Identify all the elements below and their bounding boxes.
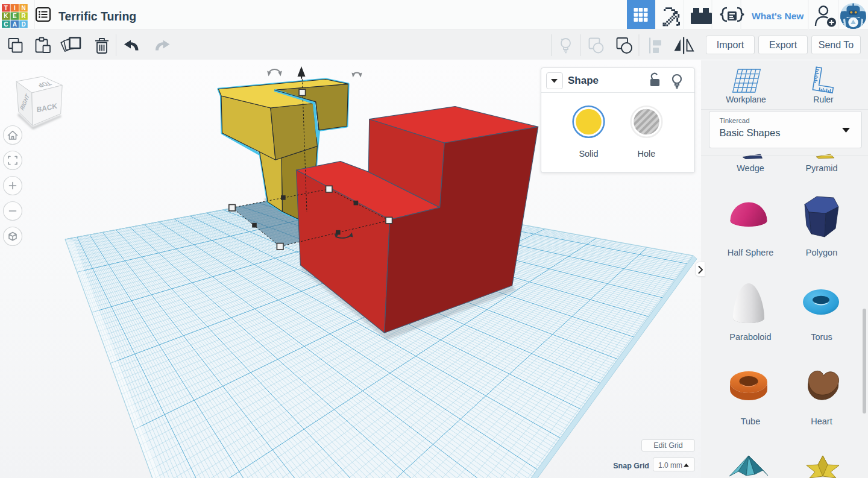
svg-text:C: C (4, 21, 8, 28)
svg-text:R: R (21, 13, 26, 19)
svg-text:N: N (21, 5, 25, 11)
svg-text:E: E (13, 13, 17, 19)
svg-text:K: K (4, 13, 8, 19)
svg-text:I: I (14, 5, 16, 11)
svg-text:T: T (4, 5, 8, 11)
svg-text:D: D (21, 21, 25, 28)
svg-text:A: A (13, 21, 17, 28)
svg-text:Hole: Hole (638, 149, 656, 159)
svg-text:Solid: Solid (579, 149, 598, 159)
